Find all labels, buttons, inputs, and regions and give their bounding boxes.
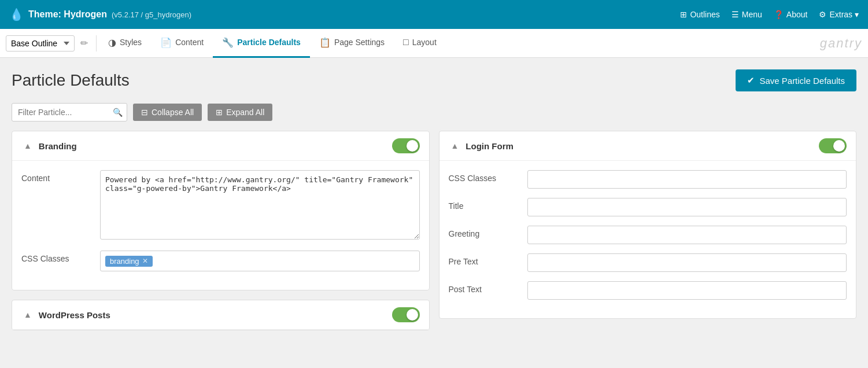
login-pre-text-input[interactable] bbox=[527, 253, 847, 272]
tab-layout-label: Layout bbox=[412, 38, 437, 47]
top-nav: 💧 Theme: Hydrogen (v5.2.17 / g5_hydrogen… bbox=[0, 0, 868, 29]
outline-select[interactable]: Base Outline bbox=[6, 35, 75, 51]
branding-panel-body: Content Powered by <a href="http://www.g… bbox=[12, 161, 429, 290]
brand: 💧 Theme: Hydrogen (v5.2.17 / g5_hydrogen… bbox=[9, 8, 680, 21]
login-post-text-control bbox=[527, 281, 847, 300]
tab-styles[interactable]: ◑ Styles bbox=[99, 29, 151, 58]
login-title-field-row: Title Login bbox=[449, 198, 847, 216]
wordpress-posts-panel: ▲ WordPress Posts bbox=[12, 300, 430, 330]
branding-tag-remove[interactable]: ✕ bbox=[142, 257, 148, 265]
about-icon: ❓ bbox=[774, 10, 784, 19]
login-form-panel-header-left: ▲ Login Form bbox=[449, 140, 514, 152]
login-css-classes-control bbox=[527, 170, 847, 189]
branding-panel-header: ▲ Branding bbox=[12, 131, 429, 161]
brand-icon: 💧 bbox=[9, 8, 24, 21]
login-greeting-field-row: Greeting Hi, %s bbox=[449, 226, 847, 244]
page-title: Particle Defaults bbox=[12, 71, 130, 90]
expand-all-label: Expand All bbox=[226, 108, 264, 117]
tab-page-settings-label: Page Settings bbox=[334, 38, 385, 47]
page-settings-icon: 📋 bbox=[319, 37, 331, 48]
login-pre-text-field-row: Pre Text bbox=[449, 253, 847, 272]
wordpress-posts-panel-title: WordPress Posts bbox=[39, 310, 110, 320]
save-checkmark-icon: ✔ bbox=[747, 75, 755, 86]
branding-css-classes-field-row: CSS Classes branding ✕ bbox=[21, 251, 420, 271]
branding-tag-value: branding bbox=[110, 257, 139, 266]
branding-collapse-button[interactable]: ▲ bbox=[21, 140, 34, 152]
login-form-toggle-thumb bbox=[833, 140, 845, 152]
expand-all-button[interactable]: ⊞ Expand All bbox=[208, 104, 272, 121]
about-label: About bbox=[786, 10, 808, 19]
extras-icon: ⚙ bbox=[819, 10, 826, 19]
page-header: Particle Defaults ✔ Save Particle Defaul… bbox=[12, 69, 856, 91]
collapse-all-button[interactable]: ⊟ Collapse All bbox=[133, 104, 202, 121]
save-particle-defaults-button[interactable]: ✔ Save Particle Defaults bbox=[736, 69, 856, 91]
login-post-text-label: Post Text bbox=[449, 281, 518, 294]
collapse-all-label: Collapse All bbox=[152, 108, 194, 117]
menu-label: Menu bbox=[742, 10, 762, 19]
about-nav-item[interactable]: ❓ About bbox=[774, 10, 808, 19]
branding-toggle[interactable] bbox=[392, 138, 420, 153]
branding-content-field-row: Content Powered by <a href="http://www.g… bbox=[21, 170, 420, 241]
branding-panel: ▲ Branding Content Powered by <a href="h… bbox=[12, 131, 430, 290]
tab-particle-defaults-label: Particle Defaults bbox=[237, 38, 301, 47]
wordpress-posts-toggle[interactable] bbox=[392, 307, 420, 322]
login-css-classes-input[interactable] bbox=[527, 170, 847, 189]
brand-version: (v5.2.17 / g5_hydrogen) bbox=[112, 10, 191, 19]
tab-page-settings[interactable]: 📋 Page Settings bbox=[310, 29, 394, 58]
styles-icon: ◑ bbox=[108, 37, 116, 48]
login-greeting-control: Hi, %s bbox=[527, 226, 847, 244]
login-greeting-label: Greeting bbox=[449, 226, 518, 238]
collapse-icon: ⊟ bbox=[141, 108, 148, 117]
outlines-nav-item[interactable]: ⊞ Outlines bbox=[680, 10, 719, 19]
tab-particle-defaults[interactable]: 🔧 Particle Defaults bbox=[213, 29, 310, 58]
filter-input-wrap: 🔍 bbox=[12, 103, 127, 122]
outlines-icon: ⊞ bbox=[680, 10, 687, 19]
login-title-label: Title bbox=[449, 198, 518, 211]
login-post-text-field-row: Post Text bbox=[449, 281, 847, 300]
login-form-panel: ▲ Login Form CSS Classes bbox=[439, 131, 857, 319]
brand-name: Theme: Hydrogen bbox=[28, 9, 107, 20]
wordpress-posts-panel-header: ▲ WordPress Posts bbox=[12, 300, 429, 330]
edit-outline-button[interactable]: ✏ bbox=[78, 35, 90, 51]
page-content: Particle Defaults ✔ Save Particle Defaul… bbox=[0, 58, 868, 342]
login-greeting-input[interactable]: Hi, %s bbox=[527, 226, 847, 244]
wordpress-posts-collapse-button[interactable]: ▲ bbox=[21, 309, 34, 321]
branding-tag: branding ✕ bbox=[105, 256, 153, 267]
layout-icon: □ bbox=[403, 37, 409, 47]
login-form-panel-body: CSS Classes Title Login Greeting bbox=[439, 161, 856, 318]
login-form-panel-header: ▲ Login Form bbox=[439, 131, 856, 161]
login-form-collapse-button[interactable]: ▲ bbox=[449, 140, 461, 152]
right-column: ▲ Login Form CSS Classes bbox=[439, 131, 857, 330]
tab-styles-label: Styles bbox=[120, 38, 142, 47]
outline-select-wrap: Base Outline ✏ bbox=[6, 35, 97, 51]
login-title-input[interactable]: Login bbox=[527, 198, 847, 216]
branding-tag-input[interactable]: branding ✕ bbox=[100, 251, 420, 271]
login-css-classes-field-row: CSS Classes bbox=[449, 170, 847, 189]
filter-particle-input[interactable] bbox=[12, 103, 127, 122]
login-pre-text-label: Pre Text bbox=[449, 253, 518, 266]
search-icon: 🔍 bbox=[113, 108, 123, 117]
branding-toggle-thumb bbox=[407, 140, 418, 152]
login-form-toggle[interactable] bbox=[819, 138, 847, 153]
gantry-logo: gantry bbox=[820, 36, 862, 51]
login-post-text-input[interactable] bbox=[527, 281, 847, 300]
expand-icon: ⊞ bbox=[216, 108, 223, 117]
menu-icon: ☰ bbox=[732, 10, 739, 19]
tab-layout[interactable]: □ Layout bbox=[394, 29, 446, 58]
secondary-nav: Base Outline ✏ ◑ Styles 📄 Content 🔧 Part… bbox=[0, 29, 868, 58]
save-button-label: Save Particle Defaults bbox=[759, 76, 845, 86]
wordpress-posts-panel-header-left: ▲ WordPress Posts bbox=[21, 309, 110, 321]
branding-content-control: Powered by <a href="http://www.gantry.or… bbox=[100, 170, 420, 241]
login-form-panel-title: Login Form bbox=[466, 141, 514, 151]
login-css-classes-label: CSS Classes bbox=[449, 170, 518, 183]
branding-panel-header-left: ▲ Branding bbox=[21, 140, 77, 152]
branding-content-textarea[interactable]: Powered by <a href="http://www.gantry.or… bbox=[100, 170, 420, 240]
branding-css-classes-label: CSS Classes bbox=[21, 251, 91, 263]
menu-nav-item[interactable]: ☰ Menu bbox=[732, 10, 762, 19]
extras-nav-item[interactable]: ⚙ Extras ▾ bbox=[819, 10, 859, 19]
tab-content-label: Content bbox=[175, 38, 204, 47]
tab-content[interactable]: 📄 Content bbox=[151, 29, 213, 58]
filter-bar: 🔍 ⊟ Collapse All ⊞ Expand All bbox=[12, 103, 856, 122]
wordpress-posts-toggle-thumb bbox=[407, 309, 418, 321]
login-title-control: Login bbox=[527, 198, 847, 216]
